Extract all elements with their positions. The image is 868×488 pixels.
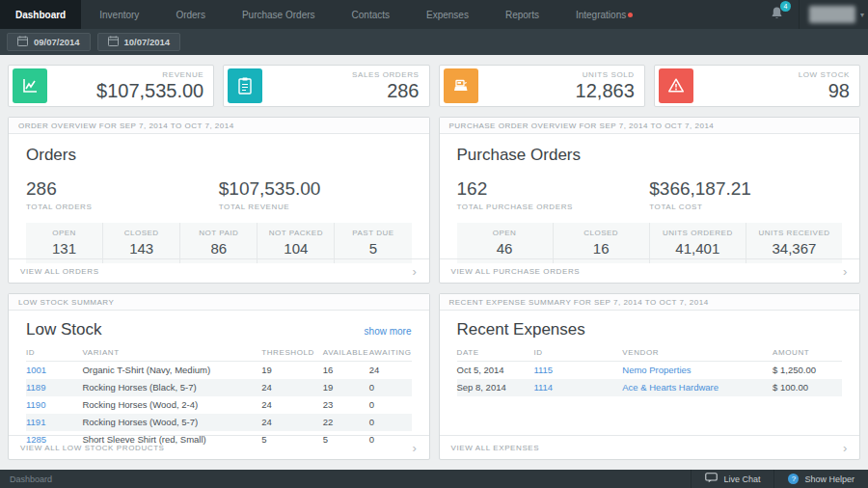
low-stock-stat-card[interactable]: LOW STOCK 98 [654, 65, 860, 107]
chevron-right-icon: › [843, 265, 848, 278]
orders-title: Orders [26, 146, 412, 165]
panel-strip-title: RECENT EXPENSE SUMMARY FOR SEP 7, 2014 T… [440, 294, 860, 311]
vendor-link[interactable]: Nemo Properties [622, 365, 691, 375]
chat-bubble-icon [705, 473, 718, 485]
expenses-table: DATE ID VENDOR AMOUNT Oct 5, 20141115Nem… [457, 346, 843, 396]
stat-cards-row: REVENUE $107,535.00 SALES ORDERS 286 UNI… [8, 65, 860, 107]
recent-expenses-panel: RECENT EXPENSE SUMMARY FOR SEP 7, 2014 T… [439, 293, 861, 460]
low-stock-table: ID VARIANT THRESHOLD AVAILABLE AWAITING … [26, 346, 412, 448]
units-sold-stat-card[interactable]: UNITS SOLD 12,863 [439, 65, 645, 107]
column-header-variant: VARIANT [82, 346, 261, 362]
line-chart-icon [13, 68, 47, 103]
view-all-low-stock-link[interactable]: VIEW ALL LOW STOCK PRODUCTS › [9, 435, 429, 459]
product-id-link[interactable]: 1189 [26, 382, 45, 393]
stat-units-received: UNITS RECEIVED34,367 [746, 223, 842, 263]
total-purchase-orders-value: 162 [457, 178, 650, 200]
stat-open: OPEN46 [457, 223, 553, 263]
stat-card-value: $107,535.00 [96, 80, 203, 102]
nav-right-section: 4 ▾ [771, 0, 868, 29]
panel-strip-title: ORDER OVERVIEW FOR SEP 7, 2014 TO OCT 7,… [9, 118, 429, 134]
stat-card-label: SALES ORDERS [352, 70, 419, 79]
revenue-stat-card[interactable]: REVENUE $107,535.00 [8, 65, 214, 107]
view-all-purchase-orders-link[interactable]: VIEW ALL PURCHASE ORDERS › [440, 258, 860, 283]
chevron-right-icon: › [413, 442, 418, 454]
product-id-link[interactable]: 1190 [26, 399, 45, 410]
expense-id-link[interactable]: 1115 [533, 365, 553, 375]
panel-strip-title: LOW STOCK SUMMARY [9, 294, 429, 311]
table-row: 1190Rocking Horses (Wood, 2-4)24230 [26, 396, 412, 414]
product-id-link[interactable]: 1191 [26, 417, 45, 427]
footer-breadcrumb: Dashboard [0, 474, 52, 484]
nav-item-expenses[interactable]: Expenses [408, 0, 487, 29]
total-revenue-value: $107,535.00 [219, 178, 412, 200]
nav-item-contacts[interactable]: Contacts [334, 0, 408, 29]
nav-item-integrations[interactable]: Integrations [557, 0, 651, 29]
sales-orders-stat-card[interactable]: SALES ORDERS 286 [223, 65, 429, 107]
nav-item-dashboard[interactable]: Dashboard [0, 0, 81, 29]
product-id-link[interactable]: 1001 [26, 365, 46, 375]
panel-strip-title: PURCHASE ORDER OVERVIEW FOR SEP 7, 2014 … [440, 118, 860, 134]
overview-panels-row: ORDER OVERVIEW FOR SEP 7, 2014 TO OCT 7,… [8, 117, 860, 284]
total-orders-value: 286 [26, 178, 219, 200]
calendar-icon [108, 36, 119, 48]
nav-item-purchase-orders[interactable]: Purchase Orders [224, 0, 334, 29]
dashboard-content: REVENUE $107,535.00 SALES ORDERS 286 UNI… [0, 55, 868, 470]
stat-card-value: 98 [799, 80, 850, 102]
purchase-order-overview-panel: PURCHASE ORDER OVERVIEW FOR SEP 7, 2014 … [439, 117, 861, 284]
stat-units-ordered: UNITS ORDERED41,401 [649, 223, 746, 263]
table-row: 1189Rocking Horses (Black, 5-7)24190 [26, 379, 412, 396]
column-header-threshold: THRESHOLD [261, 346, 323, 362]
chevron-right-icon: › [843, 442, 848, 454]
nav-item-inventory[interactable]: Inventory [81, 0, 157, 29]
show-more-link[interactable]: show more [365, 326, 412, 337]
start-date-button[interactable]: 09/07/2014 [7, 33, 91, 51]
column-header-amount: AMOUNT [773, 346, 842, 362]
nav-divider [799, 0, 800, 29]
vendor-link[interactable]: Ace & Hearts Hardware [622, 382, 719, 393]
stat-card-label: UNITS SOLD [576, 70, 635, 79]
stat-not-paid: NOT PAID86 [179, 223, 257, 263]
table-row: 1191Rocking Horses (Wood, 5-7)24220 [26, 414, 412, 431]
total-orders-label: TOTAL ORDERS [26, 203, 219, 211]
low-stock-panel: LOW STOCK SUMMARY Low Stock show more ID… [8, 293, 430, 460]
low-stock-title: Low Stock [26, 320, 101, 339]
stat-card-label: REVENUE [96, 70, 203, 79]
notification-count-badge: 4 [780, 1, 791, 12]
total-cost-label: TOTAL COST [649, 203, 842, 211]
caret-down-icon[interactable]: ▾ [860, 11, 864, 19]
stat-card-value: 286 [352, 80, 419, 102]
total-cost-value: $366,187.21 [649, 178, 842, 200]
purchase-stats-strip: OPEN46 CLOSED16 UNITS ORDERED41,401 UNIT… [457, 223, 843, 263]
view-all-orders-link[interactable]: VIEW ALL ORDERS › [9, 258, 429, 283]
chevron-right-icon: › [413, 265, 418, 278]
footer-bar: Dashboard Live Chat ? Show Helper [0, 470, 868, 488]
nav-item-orders[interactable]: Orders [157, 0, 224, 29]
stat-closed: CLOSED16 [553, 223, 649, 263]
column-header-available: AVAILABLE [323, 346, 369, 362]
calendar-icon [17, 36, 28, 48]
column-header-awaiting: AWAITING [369, 346, 412, 362]
cash-register-icon [444, 68, 478, 103]
user-avatar-blurred[interactable] [809, 6, 855, 23]
expense-id-link[interactable]: 1114 [533, 382, 553, 393]
integrations-alert-dot-icon [628, 13, 633, 17]
column-header-date: DATE [457, 346, 534, 362]
total-revenue-label: TOTAL REVENUE [219, 203, 412, 211]
end-date-value: 10/07/2014 [124, 37, 171, 47]
live-chat-button[interactable]: Live Chat [691, 470, 773, 488]
show-helper-button[interactable]: ? Show Helper [773, 470, 868, 488]
table-row: Oct 5, 20141115Nemo Properties$ 1,250.00 [457, 362, 843, 380]
end-date-button[interactable]: 10/07/2014 [97, 33, 181, 51]
warning-triangle-icon [659, 68, 693, 103]
date-range-bar: 09/07/2014 10/07/2014 [0, 29, 868, 55]
table-row: 1001Organic T-Shirt (Navy, Medium)191624 [26, 362, 412, 380]
column-header-vendor: VENDOR [622, 346, 773, 362]
column-header-id: ID [26, 346, 82, 362]
clipboard-icon [228, 68, 262, 103]
purchase-orders-title: Purchase Orders [457, 146, 843, 165]
view-all-expenses-link[interactable]: VIEW ALL EXPENSES › [440, 435, 860, 459]
stat-card-value: 12,863 [576, 80, 635, 102]
nav-item-reports[interactable]: Reports [487, 0, 557, 29]
notifications-bell-button[interactable]: 4 [771, 6, 783, 23]
stat-past-due: PAST DUE5 [334, 223, 411, 263]
